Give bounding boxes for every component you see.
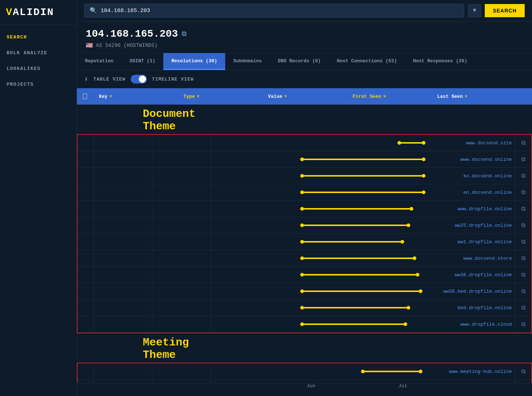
th-checkbox[interactable] <box>77 88 93 104</box>
svg-point-14 <box>410 207 413 211</box>
x-axis-jun: Jun <box>307 383 315 389</box>
table-row: en.docsend.online⧉ <box>78 184 531 201</box>
domain-link[interactable]: www.docsend.online <box>461 157 512 162</box>
ip-title: 104.168.165.203 ⧉ <box>86 28 523 40</box>
row-copy-icon[interactable]: ⧉ <box>515 168 531 184</box>
row-copy-icon[interactable]: ⧉ <box>515 201 531 217</box>
sort-last-seen-icon[interactable]: ▼ <box>465 95 467 99</box>
search-button[interactable]: SEARCH <box>485 4 525 17</box>
table-row: www.docsend.site⧉ <box>78 135 531 151</box>
row-copy-icon[interactable]: ⧉ <box>515 151 531 167</box>
sort-first-seen-icon[interactable]: ▼↓ <box>383 95 388 99</box>
row-copy-icon[interactable]: ⧉ <box>515 234 531 250</box>
tabs-bar: Reputation OSINT (1) Resolutions (39) Su… <box>77 53 532 70</box>
x-axis: Jun Jul <box>77 383 532 396</box>
svg-point-23 <box>413 256 416 260</box>
row-copy-icon[interactable]: ⧉ <box>515 184 531 200</box>
th-last-seen: Last Seen ▼ <box>431 88 516 104</box>
svg-point-4 <box>300 158 304 161</box>
sidebar-item-bulk-analyze[interactable]: BULK ANALYZE <box>0 45 77 61</box>
svg-point-2 <box>422 141 425 145</box>
section-header-row-1: Meeting Theme <box>77 333 532 363</box>
tab-subdomains[interactable]: Subdomains <box>225 53 270 70</box>
row-timeline-cell: ww38.bed.dropfile.online <box>211 283 515 299</box>
domain-link[interactable]: bed.dropfile.online <box>458 305 512 311</box>
svg-point-16 <box>300 223 304 227</box>
tab-resolutions[interactable]: Resolutions (39) <box>163 53 225 70</box>
domain-link[interactable]: ww1.dropfile.online <box>458 239 512 245</box>
tab-dns[interactable]: DNS Records (0) <box>270 53 329 70</box>
row-type-cell <box>152 201 211 217</box>
th-first-seen: First Seen ▼↓ <box>347 88 431 104</box>
row-key-cell <box>94 234 152 250</box>
row-checkbox <box>78 168 94 184</box>
row-copy-icon[interactable]: ⧉ <box>515 250 531 266</box>
tab-host-responses[interactable]: Host Responses (26) <box>405 53 475 70</box>
row-timeline-cell: www.room-connect.online <box>211 380 515 383</box>
domain-link[interactable]: en.docsend.online <box>463 190 512 195</box>
sidebar-nav: SEARCH BULK ANALYZE LOOKALIKES PROJECTS <box>0 25 77 97</box>
domain-link[interactable]: www.dropfile.cloud <box>461 322 512 327</box>
domain-link[interactable]: www.docsend.site <box>466 140 512 146</box>
th-key: Key ▼ <box>93 88 178 104</box>
row-copy-icon[interactable]: ⧉ <box>515 135 531 151</box>
table-row: www.meeting-hub.online⧉ <box>78 363 531 380</box>
row-timeline-cell: en.docsend.online <box>211 184 515 200</box>
row-key-cell <box>94 168 152 184</box>
copy-ip-icon[interactable]: ⧉ <box>182 30 186 38</box>
select-all-checkbox[interactable] <box>83 93 87 99</box>
tab-host-connections[interactable]: Host Connections (53) <box>329 53 405 70</box>
search-container[interactable]: 🔍 104.168.165.203 <box>84 4 464 18</box>
row-key-cell <box>94 151 152 167</box>
domain-link[interactable]: www.docsend.store <box>463 256 512 261</box>
row-type-cell <box>152 168 211 184</box>
view-toggle[interactable] <box>131 75 147 84</box>
sort-type-icon[interactable]: ▼ <box>197 95 199 99</box>
theme-label-0: Document Theme <box>77 105 210 134</box>
domain-link[interactable]: ko.docsend.online <box>463 173 512 179</box>
row-checkbox <box>78 380 94 383</box>
domain-link[interactable]: ww38.bed.dropfile.online <box>443 289 512 294</box>
sidebar-item-projects[interactable]: PROJECTS <box>0 77 77 92</box>
domain-link[interactable]: www.dropfile.online <box>458 206 512 212</box>
table-row: ww38.bed.dropfile.online⧉ <box>78 283 531 300</box>
row-copy-icon[interactable]: ⧉ <box>515 300 531 316</box>
sort-value-icon[interactable]: ▼ <box>284 95 287 99</box>
row-copy-icon[interactable]: ⧉ <box>515 283 531 299</box>
row-type-cell <box>152 283 211 299</box>
row-copy-icon[interactable]: ⧉ <box>515 217 531 233</box>
row-key-cell <box>94 135 152 151</box>
timeline-scroll-area[interactable]: Document Themewww.docsend.site⧉www.docse… <box>77 105 532 383</box>
domain-link[interactable]: www.meeting-hub.online <box>449 369 512 374</box>
svg-point-29 <box>419 289 423 293</box>
domain-link[interactable]: ww25.dropfile.online <box>455 223 512 228</box>
th-value: Value ▼ <box>262 88 347 104</box>
row-copy-icon[interactable]: ⧉ <box>515 380 531 383</box>
x-axis-jul: Jul <box>398 383 407 389</box>
main-content: 🔍 104.168.165.203 ▼ SEARCH 104.168.165.2… <box>77 0 532 396</box>
svg-point-35 <box>403 322 407 326</box>
row-type-cell <box>152 300 211 316</box>
asn-info: AS 54290 (HOSTWINDS) <box>96 42 157 48</box>
tab-reputation[interactable]: Reputation <box>77 53 122 70</box>
domain-link[interactable]: ww38.dropfile.online <box>455 272 512 278</box>
row-checkbox <box>78 300 94 316</box>
sort-key-icon[interactable]: ▼ <box>109 95 112 99</box>
search-input[interactable]: 104.168.165.203 <box>101 8 459 14</box>
sidebar-item-lookalikes[interactable]: LOOKALIKES <box>0 61 77 77</box>
table-header: Key ▼ Type ▼ Value ▼ First Seen ▼↓ Last … <box>77 88 532 105</box>
row-copy-icon[interactable]: ⧉ <box>515 363 531 380</box>
row-copy-icon[interactable]: ⧉ <box>515 267 531 283</box>
download-icon[interactable]: ⬇ <box>84 75 88 83</box>
row-checkbox <box>78 316 94 332</box>
table-row: ww25.dropfile.online⧉ <box>78 217 531 234</box>
ip-subtitle: 🇺🇸 AS 54290 (HOSTWINDS) <box>86 42 523 49</box>
svg-point-20 <box>401 240 404 244</box>
row-checkbox <box>78 283 94 299</box>
row-copy-icon[interactable]: ⧉ <box>515 316 531 332</box>
row-key-cell <box>94 316 152 332</box>
filter-button[interactable]: ▼ <box>468 4 481 17</box>
tab-osint[interactable]: OSINT (1) <box>122 53 163 70</box>
svg-point-28 <box>300 289 304 293</box>
sidebar-item-search[interactable]: SEARCH <box>0 29 77 45</box>
